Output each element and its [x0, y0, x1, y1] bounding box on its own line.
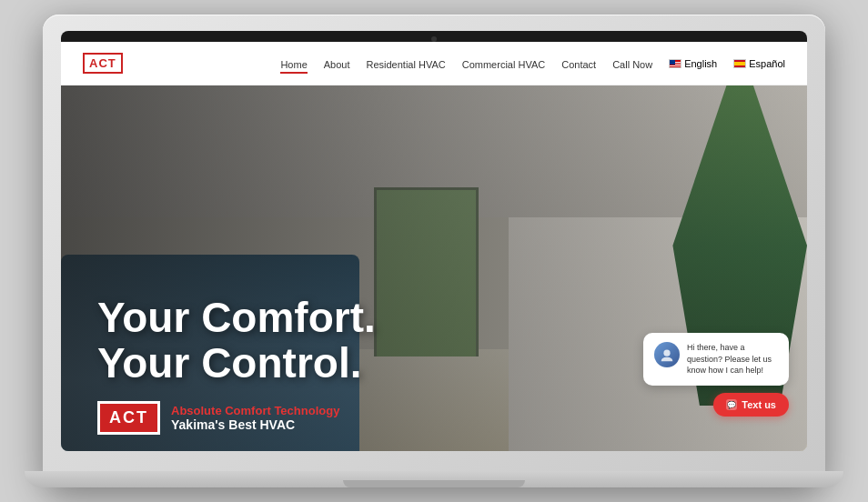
nav-item-contact[interactable]: Contact: [561, 55, 596, 72]
nav-item-about[interactable]: About: [324, 55, 350, 72]
chat-avatar-image: [654, 342, 680, 367]
hero-tagline-bottom: Yakima's Best HVAC: [171, 417, 339, 432]
laptop-base: [25, 471, 843, 487]
hero-section: Your Comfort. Your Control. ACT Abs: [61, 85, 807, 451]
nav-item-commercial[interactable]: Commercial HVAC: [462, 55, 545, 72]
svg-point-0: [663, 350, 670, 356]
chat-avatar: [654, 342, 680, 367]
chat-bubble: Hi there, have a question? Please let us…: [643, 333, 789, 386]
chat-widget: Hi there, have a question? Please let us…: [643, 333, 789, 417]
logo-text: ACT: [83, 53, 123, 74]
laptop-screen-bezel: ACT Home About Residential HVAC: [61, 31, 807, 451]
text-us-button[interactable]: 💬 Text us: [713, 393, 789, 417]
laptop-wrapper: ACT Home About Residential HVAC: [0, 0, 868, 502]
nav-item-english[interactable]: English: [669, 58, 717, 69]
navbar: ACT Home About Residential HVAC: [61, 42, 807, 85]
hero-tagline-top: Absolute Comfort Technology: [171, 404, 339, 417]
laptop-base-notch: [343, 480, 525, 487]
flag-us-icon: [669, 59, 681, 68]
hero-tagline: Absolute Comfort Technology Yakima's Bes…: [171, 404, 339, 432]
logo[interactable]: ACT: [83, 53, 123, 74]
website-content: ACT Home About Residential HVAC: [61, 42, 807, 451]
flag-es-icon: [733, 59, 746, 68]
nav-item-residential[interactable]: Residential HVAC: [367, 55, 446, 72]
chat-message-text: Hi there, have a question? Please let us…: [687, 342, 778, 376]
hero-logo-text: ACT: [109, 408, 148, 427]
nav-item-home[interactable]: Home: [280, 55, 307, 72]
nav-item-espanol[interactable]: Español: [733, 58, 785, 69]
nav-item-call[interactable]: Call Now: [612, 55, 652, 72]
nav-links: Home About Residential HVAC Commercial H…: [280, 55, 785, 72]
message-icon: 💬: [726, 399, 737, 410]
hero-logo: ACT: [97, 401, 160, 435]
laptop-body: ACT Home About Residential HVAC: [43, 15, 825, 487]
